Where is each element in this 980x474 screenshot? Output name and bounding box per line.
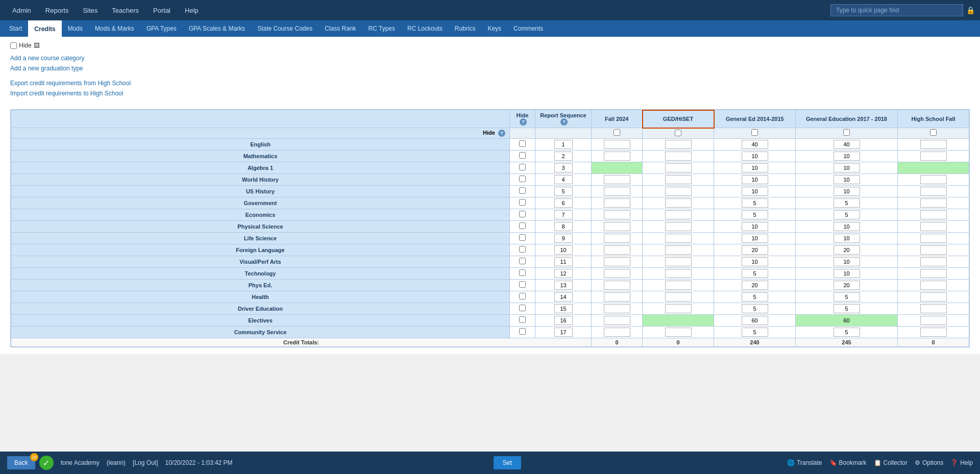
ged-input[interactable] [665, 187, 692, 196]
ged-input[interactable] [665, 234, 692, 243]
seq-input[interactable] [554, 234, 573, 243]
gened14-input[interactable] [742, 328, 768, 337]
gened14-input[interactable] [742, 281, 768, 290]
nav-reports[interactable]: Reports [38, 0, 76, 20]
gened17-input[interactable] [834, 163, 860, 172]
gened17-input[interactable] [834, 245, 860, 255]
fall2024-input[interactable] [604, 210, 630, 219]
ged-input[interactable] [665, 163, 692, 172]
gened17-input[interactable] [834, 198, 860, 208]
gened17-input[interactable] [834, 210, 860, 219]
row-hide-checkbox[interactable] [519, 305, 526, 311]
gened17-input[interactable] [834, 257, 860, 266]
ged-input[interactable] [665, 152, 692, 161]
ged-input[interactable] [665, 257, 692, 266]
row-hide-checkbox[interactable] [519, 222, 526, 229]
fall2024-input[interactable] [604, 222, 630, 231]
gened14-input[interactable] [742, 187, 768, 196]
ged-input[interactable] [665, 269, 692, 278]
hide-icon[interactable]: 🖼 [34, 42, 40, 49]
row-hide-checkbox[interactable] [519, 293, 526, 300]
hsf-input[interactable] [920, 316, 947, 325]
row-hide-checkbox[interactable] [519, 152, 526, 159]
gened14-input[interactable] [742, 245, 768, 255]
add-course-category-link[interactable]: Add a new course category [10, 53, 970, 63]
row-hide-checkbox[interactable] [519, 164, 526, 170]
ged-input[interactable] [665, 245, 692, 255]
seq-input[interactable] [554, 210, 573, 219]
ged-input[interactable] [665, 304, 692, 313]
gened17-input[interactable] [834, 152, 860, 161]
ged-input[interactable] [665, 198, 692, 208]
row-hide-checkbox[interactable] [519, 269, 526, 276]
seq-input[interactable] [554, 222, 573, 231]
fall2024-input[interactable] [604, 316, 630, 325]
tab-state-course-codes[interactable]: State Course Codes [251, 20, 318, 37]
gened14-input[interactable] [742, 316, 768, 325]
ged-input[interactable] [665, 292, 692, 302]
hsf-input[interactable] [920, 210, 947, 219]
hsf-input[interactable] [920, 152, 947, 161]
fall2024-input[interactable] [604, 304, 630, 313]
hsf-input[interactable] [920, 257, 947, 266]
fall2024-input[interactable] [604, 234, 630, 243]
nav-sites[interactable]: Sites [76, 0, 105, 20]
gened17-input[interactable] [834, 316, 860, 325]
nav-portal[interactable]: Portal [146, 0, 178, 20]
hsf-input[interactable] [920, 328, 947, 337]
quick-page-find-input[interactable] [830, 4, 963, 16]
tab-class-rank[interactable]: Class Rank [318, 20, 362, 37]
row-hide-checkbox[interactable] [519, 211, 526, 217]
fall2024-input[interactable] [604, 175, 630, 184]
gened17-input[interactable] [834, 175, 860, 184]
gened14-input[interactable] [742, 257, 768, 266]
row-hide-checkbox[interactable] [519, 140, 526, 147]
fall2024-input[interactable] [604, 269, 630, 278]
hsf-input[interactable] [920, 234, 947, 243]
hsf-input[interactable] [920, 175, 947, 184]
seq-input[interactable] [554, 140, 573, 149]
add-graduation-type-link[interactable]: Add a new graduation type [10, 63, 970, 73]
tab-rc-types[interactable]: RC Types [362, 20, 401, 37]
row-hide-checkbox[interactable] [519, 281, 526, 288]
row-hide-checkbox[interactable] [519, 258, 526, 264]
fall2024-input[interactable] [604, 245, 630, 255]
ged-input[interactable] [665, 175, 692, 184]
seq-input[interactable] [554, 187, 573, 196]
fall2024-input[interactable] [604, 140, 630, 149]
nav-admin[interactable]: Admin [5, 0, 38, 20]
row-hide-checkbox[interactable] [519, 234, 526, 241]
seq-input[interactable] [554, 269, 573, 278]
fall2024-input[interactable] [604, 187, 630, 196]
row-hide-checkbox[interactable] [519, 187, 526, 194]
gened17-input[interactable] [834, 328, 860, 337]
hide-checkbox[interactable] [10, 42, 17, 49]
gened14-input[interactable] [742, 175, 768, 184]
ged-input[interactable] [665, 316, 692, 325]
ged-input[interactable] [665, 222, 692, 231]
gened14-input[interactable] [742, 152, 768, 161]
gened17-input[interactable] [834, 222, 860, 231]
hsf-hide-cb[interactable] [930, 129, 937, 136]
report-seq-question-icon[interactable]: ? [560, 118, 568, 126]
tab-rubrics[interactable]: Rubrics [449, 20, 482, 37]
tab-gpa-scales-marks[interactable]: GPA Scales & Marks [183, 20, 251, 37]
gened14-input[interactable] [742, 269, 768, 278]
hsf-input[interactable] [920, 269, 947, 278]
ged-input[interactable] [665, 281, 692, 290]
ged-input[interactable] [665, 140, 692, 149]
gened14-input[interactable] [742, 222, 768, 231]
seq-input[interactable] [554, 304, 573, 313]
seq-input[interactable] [554, 328, 573, 337]
seq-input[interactable] [554, 316, 573, 325]
tab-rc-lockouts[interactable]: RC Lockouts [401, 20, 449, 37]
hsf-input[interactable] [920, 304, 947, 313]
ged-input[interactable] [665, 210, 692, 219]
fall2024-input[interactable] [604, 257, 630, 266]
tab-mods[interactable]: Mods [62, 20, 89, 37]
hsf-input[interactable] [920, 140, 947, 149]
gened17-input[interactable] [834, 187, 860, 196]
gened14-input[interactable] [742, 234, 768, 243]
fall2024-input[interactable] [604, 198, 630, 208]
gened17-input[interactable] [834, 234, 860, 243]
